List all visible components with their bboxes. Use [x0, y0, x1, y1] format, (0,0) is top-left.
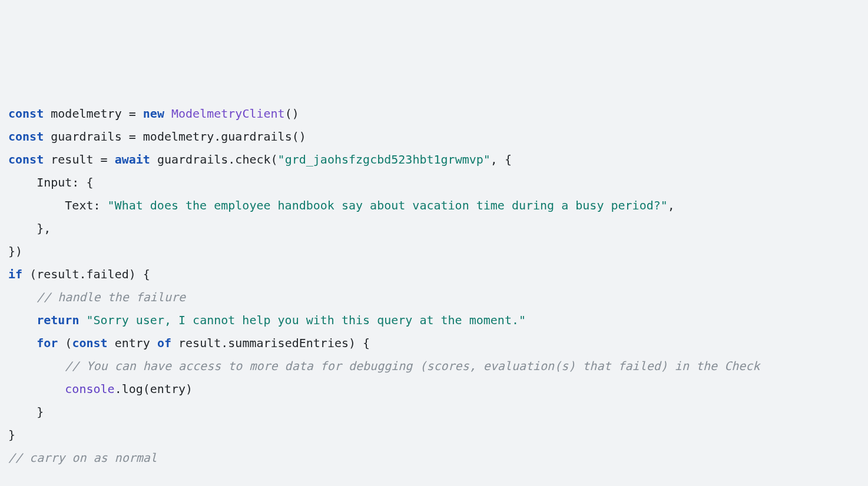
keyword-const: const: [8, 129, 44, 144]
console-object: console: [65, 382, 114, 396]
code-line-17: }: [8, 401, 860, 424]
class-name: ModelmetryClient: [171, 106, 285, 121]
identifier: result: [44, 152, 100, 167]
code-line-14: for (const entry of result.summarisedEnt…: [8, 332, 860, 355]
code-line-5: Input: {: [8, 171, 860, 194]
keyword-for: for: [37, 336, 58, 350]
keyword-return: return: [37, 313, 79, 327]
property: Text:: [8, 198, 108, 212]
code-line-16: console.log(entry): [8, 378, 860, 401]
comment: // carry on as normal: [8, 451, 157, 465]
string-literal: "grd_jaohsfzgcbd523hbt1grwmvp": [278, 152, 491, 167]
keyword-await: await: [115, 152, 150, 167]
expression: result.summarisedEntries) {: [171, 336, 370, 350]
keyword-of: of: [157, 336, 171, 350]
operator-equals: =: [101, 152, 108, 167]
code-line-2: const guardrails = modelmetry.guardrails…: [8, 125, 860, 148]
expression: modelmetry.guardrails(): [136, 129, 306, 144]
identifier: modelmetry: [44, 106, 129, 121]
keyword-const: const: [8, 106, 44, 121]
keyword-if: if: [8, 267, 22, 281]
code-line-11: // handle the failure: [8, 286, 860, 309]
code-line-18: }: [8, 424, 860, 447]
operator-equals: =: [129, 129, 136, 144]
code-line-10: if (result.failed) {: [8, 263, 860, 286]
string-literal: "What does the employee handbook say abo…: [108, 198, 668, 212]
code-line-15: // You can have access to more data for …: [8, 355, 860, 378]
code-line-6: Text: "What does the employee handbook s…: [8, 194, 860, 217]
code-line-7: },: [8, 217, 860, 240]
expression: (result.failed) {: [22, 267, 150, 281]
expression: guardrails.check(: [150, 152, 278, 167]
keyword-const: const: [8, 152, 44, 167]
comment: // handle the failure: [37, 290, 185, 304]
punctuation: , {: [491, 152, 512, 167]
comment: // You can have access to more data for …: [65, 359, 760, 373]
identifier: guardrails: [44, 129, 129, 144]
punctuation: ,: [668, 198, 675, 212]
operator-equals: =: [129, 106, 136, 121]
code-line-20: // carry on as normal: [8, 447, 860, 470]
code-line-8: }): [8, 240, 860, 263]
identifier: entry: [108, 336, 157, 350]
string-literal: "Sorry user, I cannot help you with this…: [86, 313, 526, 327]
parentheses: (): [285, 106, 299, 121]
code-block: const modelmetry = new ModelmetryClient(…: [8, 102, 860, 470]
method-call: .log(entry): [115, 382, 193, 396]
code-line-1: const modelmetry = new ModelmetryClient(…: [8, 102, 860, 125]
code-line-4: const result = await guardrails.check("g…: [8, 148, 860, 171]
keyword-new: new: [143, 106, 164, 121]
code-line-12: return "Sorry user, I cannot help you wi…: [8, 309, 860, 332]
keyword-const: const: [72, 336, 107, 350]
punctuation: (: [58, 336, 72, 350]
